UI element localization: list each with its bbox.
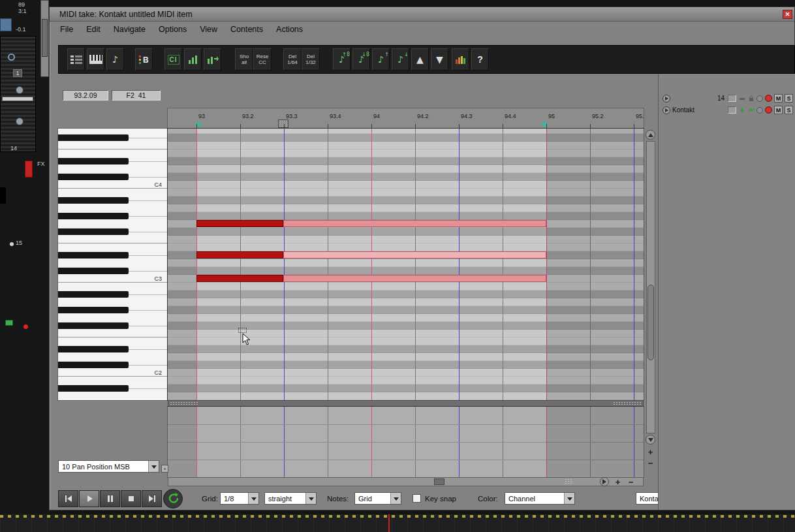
horizontal-zoom-out-button[interactable]: − xyxy=(626,477,636,487)
cc-lane[interactable] xyxy=(168,407,644,477)
note-semitone-down-button[interactable]: ♪↓ xyxy=(392,48,409,70)
record-arm-indicator[interactable] xyxy=(25,161,33,178)
note-semitone-up-button[interactable]: ♪↑ xyxy=(372,48,390,70)
horizontal-scrollbar-thumb[interactable] xyxy=(434,478,444,485)
menu-item-options[interactable]: Options xyxy=(152,23,193,36)
selection-end-marker[interactable] xyxy=(540,121,546,128)
piano-key-A#2[interactable] xyxy=(58,291,129,298)
stop-button[interactable] xyxy=(121,490,141,507)
piano-key-G#3[interactable] xyxy=(58,213,129,219)
titlebar[interactable]: MIDI take: Kontakt untitled MIDI item ✕ xyxy=(50,7,794,22)
vertical-scrollbar-thumb[interactable] xyxy=(647,285,654,360)
time-position-readout[interactable]: 93.2.09 xyxy=(63,90,108,101)
record-arm-button[interactable] xyxy=(765,106,772,114)
transpose-up-button[interactable]: ▲ xyxy=(411,48,429,70)
go-to-start-button[interactable] xyxy=(58,490,78,507)
vertical-zoom-out-button[interactable]: − xyxy=(646,458,655,468)
lock-icon[interactable] xyxy=(747,95,755,102)
menu-item-file[interactable]: File xyxy=(54,23,80,36)
notation-view-button[interactable]: ♪ xyxy=(106,48,124,70)
piano-key-F#3[interactable] xyxy=(58,228,129,235)
filter-events-button[interactable]: B xyxy=(135,48,153,70)
track-play-icon[interactable] xyxy=(662,106,670,114)
piano-roll-grid[interactable] xyxy=(168,129,644,400)
mute-button[interactable]: M xyxy=(774,94,783,102)
piano-key-F#4[interactable] xyxy=(58,134,129,141)
pause-button[interactable] xyxy=(100,490,120,507)
midi-note-c3[interactable] xyxy=(196,275,283,282)
solo-button[interactable]: S xyxy=(785,94,793,102)
timeline-ruler[interactable]: 9393.293.393.49494.294.394.49595.295.3 xyxy=(168,108,644,129)
close-button[interactable]: ✕ xyxy=(783,10,792,19)
note-position-readout[interactable]: F2 41 xyxy=(112,90,161,101)
note-length-dropdown[interactable]: Grid xyxy=(354,492,401,505)
horizontal-zoom-in-button[interactable]: + xyxy=(613,477,623,487)
vertical-scrollbar[interactable] xyxy=(646,141,655,433)
hscroll-grip[interactable] xyxy=(565,478,573,485)
piano-roll-view-button[interactable] xyxy=(87,48,104,70)
vertical-zoom-in-button[interactable]: + xyxy=(646,447,655,457)
transpose-down-button[interactable]: ▼ xyxy=(431,48,448,70)
menu-item-edit[interactable]: Edit xyxy=(80,23,107,36)
midi-note-ds3[interactable] xyxy=(196,251,283,258)
piano-key-A#3[interactable] xyxy=(58,197,129,204)
piano-key-C#2[interactable] xyxy=(58,362,129,368)
main-window-ruler[interactable] xyxy=(0,514,795,532)
piano-key-C#3[interactable] xyxy=(58,268,129,274)
piano-key-D#3[interactable] xyxy=(58,252,129,258)
delete-1-32-button[interactable]: Del 1/32 xyxy=(302,48,320,70)
menu-item-actions[interactable]: Actions xyxy=(270,23,309,36)
menu-item-contents[interactable]: Contents xyxy=(224,23,270,36)
env-icon[interactable] xyxy=(756,107,763,114)
cc-lane-selector[interactable]: 10 Pan Position MSB xyxy=(58,460,159,473)
selection-start-marker[interactable] xyxy=(196,121,202,128)
piano-key-G#2[interactable] xyxy=(58,307,129,313)
track-field-box[interactable] xyxy=(728,106,736,114)
show-all-button[interactable]: Sho all xyxy=(235,48,253,70)
pan-knob[interactable] xyxy=(16,86,23,94)
scroll-up-button[interactable] xyxy=(646,130,655,140)
cc-edit-tool-button[interactable]: CI xyxy=(164,48,182,70)
piano-key-C#4[interactable] xyxy=(58,174,129,180)
menu-item-view[interactable]: View xyxy=(193,23,224,36)
chevron-down-icon[interactable] xyxy=(248,493,258,504)
key-snap-checkbox[interactable] xyxy=(413,494,421,503)
piano-key-D#2[interactable] xyxy=(58,346,129,352)
power-icon[interactable] xyxy=(8,54,15,61)
scroll-right-button[interactable] xyxy=(600,477,609,486)
midi-note-selected-g3[interactable] xyxy=(283,220,546,227)
chevron-down-icon[interactable] xyxy=(148,461,159,472)
chevron-down-icon[interactable] xyxy=(305,493,316,504)
cc-move-button[interactable] xyxy=(204,48,221,70)
env-icon[interactable] xyxy=(756,95,763,102)
piano-key-D#4[interactable] xyxy=(58,158,129,164)
velocity-histogram-button[interactable] xyxy=(452,48,469,70)
mute-button[interactable]: M xyxy=(774,106,783,114)
edit-cursor-marker[interactable] xyxy=(278,119,288,128)
main-vertical-scrollbar[interactable] xyxy=(40,0,49,77)
note-octave-down-button[interactable]: ♪↓8 xyxy=(352,48,370,70)
chevron-down-icon[interactable] xyxy=(390,493,401,504)
menu-item-navigate[interactable]: Navigate xyxy=(107,23,152,36)
grid-size-dropdown[interactable]: 1/8 xyxy=(220,492,259,505)
piano-key-A#1[interactable] xyxy=(58,385,129,392)
track-play-icon[interactable] xyxy=(662,95,670,102)
midi-note-g3[interactable] xyxy=(196,220,283,227)
lane-splitter[interactable] xyxy=(168,400,644,407)
note-octave-up-button[interactable]: ♪↑8 xyxy=(333,48,351,70)
track-fader[interactable] xyxy=(0,36,36,152)
track-row[interactable]: Kontakt M S xyxy=(662,104,793,116)
reset-cc-button[interactable]: Rese CC xyxy=(253,48,272,70)
color-mode-dropdown[interactable]: Channel xyxy=(505,492,575,505)
link-icon[interactable] xyxy=(738,95,745,102)
scrollbar-thumb[interactable] xyxy=(42,19,48,57)
sync-button[interactable] xyxy=(163,489,183,509)
go-to-end-button[interactable] xyxy=(142,490,162,507)
chevron-down-icon[interactable] xyxy=(564,493,574,504)
delete-1-64-button[interactable]: Del 1/64 xyxy=(283,48,302,70)
midi-note-selected-ds3[interactable] xyxy=(283,251,546,258)
play-button[interactable] xyxy=(79,490,99,507)
scroll-down-button[interactable] xyxy=(646,435,655,445)
input-arrow-icon[interactable] xyxy=(738,106,745,114)
piano-key-F#2[interactable] xyxy=(58,322,129,329)
